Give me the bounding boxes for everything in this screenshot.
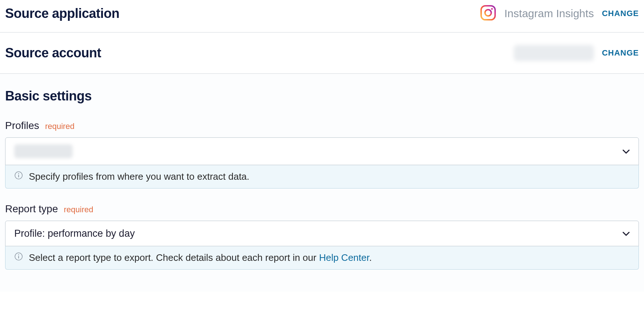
report-type-hint-prefix: Select a report type to export. Check de… [29,252,319,263]
source-account-right: CHANGE [514,45,639,61]
change-source-app-button[interactable]: CHANGE [602,9,639,18]
report-type-hint-suffix: . [369,252,372,263]
source-application-title: Source application [5,6,119,21]
svg-rect-8 [18,256,19,259]
basic-settings-title: Basic settings [5,88,639,104]
profiles-hint: Specify profiles from where you want to … [5,165,639,189]
help-center-link[interactable]: Help Center [319,252,369,263]
report-type-selected-value: Profile: performance by day [14,228,135,239]
svg-point-7 [18,254,19,255]
report-type-hint: Select a report type to export. Check de… [5,246,639,270]
source-application-name: Instagram Insights [505,7,594,20]
source-account-value-redacted [514,45,594,61]
report-type-hint-text: Select a report type to export. Check de… [29,252,372,263]
svg-rect-0 [481,6,495,20]
chevron-down-icon [622,147,630,156]
basic-settings-section: Basic settings Profiles required Specify… [0,74,644,292]
report-type-label: Report type [5,203,58,215]
profiles-selected-value-redacted [14,144,73,158]
source-account-row: Source account CHANGE [0,33,644,74]
report-type-required-tag: required [64,205,93,214]
profiles-label-row: Profiles required [5,120,639,132]
svg-point-2 [491,8,493,10]
report-type-select[interactable]: Profile: performance by day [5,221,639,246]
profiles-required-tag: required [45,122,74,131]
svg-point-4 [18,173,19,174]
svg-rect-5 [18,175,19,178]
source-application-row: Source application Instagram Insights [0,0,644,33]
profiles-label: Profiles [5,120,39,132]
info-icon [14,171,23,182]
svg-point-1 [485,9,491,16]
profiles-field: Profiles required Specify profiles from … [5,120,639,189]
change-source-account-button[interactable]: CHANGE [602,48,639,58]
profiles-select[interactable] [5,137,639,165]
instagram-icon [480,4,497,23]
report-type-field: Report type required Profile: performanc… [5,203,639,270]
chevron-down-icon [622,229,630,238]
info-icon [14,252,23,263]
source-application-right: Instagram Insights CHANGE [480,4,639,23]
profiles-hint-text: Specify profiles from where you want to … [29,171,249,182]
report-type-label-row: Report type required [5,203,639,215]
source-account-title: Source account [5,45,101,61]
